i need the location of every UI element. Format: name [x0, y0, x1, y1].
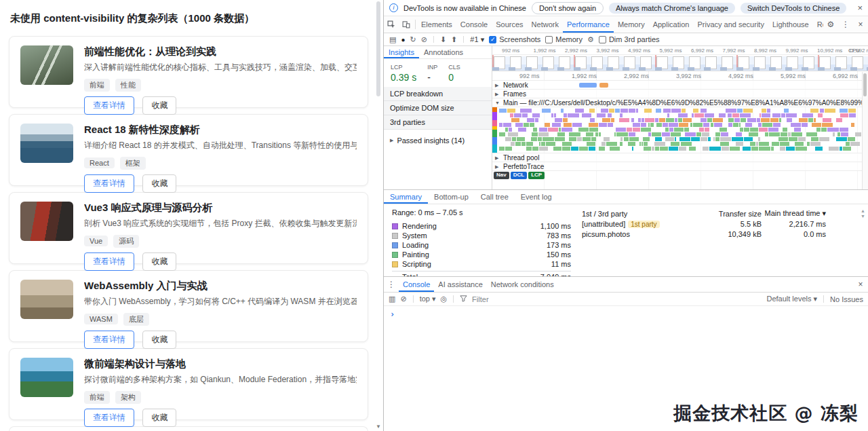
party-row[interactable]: [unattributed]1st party5.5 kB2,216.7 ms [582, 219, 826, 229]
flame-bar[interactable] [629, 109, 635, 113]
flame-bar[interactable] [515, 142, 521, 146]
flame-bar[interactable] [736, 142, 743, 146]
flame-bar[interactable] [808, 118, 814, 122]
settings-gear-icon[interactable]: ⚙ [823, 16, 838, 33]
flame-bar[interactable] [571, 147, 579, 151]
flame-bar[interactable] [629, 137, 638, 141]
flame-bar[interactable] [784, 109, 788, 113]
flame-bar[interactable] [846, 142, 850, 146]
column-main-thread-time[interactable]: Main thread time ▾ [762, 209, 826, 218]
flame-bar[interactable] [665, 137, 674, 141]
reload-and-record-icon[interactable]: ↻ [410, 35, 416, 44]
flame-bar[interactable] [629, 132, 635, 136]
flame-bar[interactable] [644, 109, 652, 113]
flame-bar[interactable] [531, 137, 536, 141]
flame-bar[interactable] [654, 142, 665, 146]
flame-bar[interactable] [669, 147, 678, 151]
flame-bar[interactable] [524, 123, 529, 127]
filmstrip-thumbnail[interactable] [494, 56, 505, 69]
flame-bar[interactable] [589, 128, 598, 132]
flame-bar[interactable] [671, 109, 680, 113]
filmstrip-thumbnail[interactable] [770, 56, 782, 69]
flame-bar[interactable] [609, 109, 614, 113]
filmstrip-thumbnail[interactable] [526, 56, 538, 69]
flame-bar[interactable] [795, 147, 807, 151]
flame-bar[interactable] [539, 128, 547, 132]
flame-bar[interactable] [773, 123, 781, 127]
flame-bar[interactable] [611, 118, 614, 122]
flame-bar[interactable] [848, 109, 856, 113]
flame-bar[interactable] [511, 142, 515, 146]
flame-bar[interactable] [505, 147, 512, 151]
flame-bar[interactable] [711, 123, 713, 127]
flame-bar[interactable] [620, 137, 623, 141]
always-match-language-button[interactable]: Always match Chrome's language [609, 3, 735, 14]
flame-bar[interactable] [599, 123, 606, 127]
filmstrip-thumbnail[interactable] [852, 56, 863, 69]
flame-bar[interactable] [505, 128, 508, 132]
flame-bar[interactable] [728, 113, 732, 117]
flame-bar[interactable] [597, 113, 606, 117]
flame-bar[interactable] [825, 109, 835, 113]
flame-bar[interactable] [778, 137, 788, 141]
console-prompt[interactable]: › [390, 310, 395, 319]
details-tab-call-tree[interactable]: Call tree [475, 190, 515, 204]
console-messages[interactable]: › 掘金技术社区 @ 冻梨 [384, 306, 868, 431]
log-levels-dropdown[interactable]: Default levels ▾ [766, 295, 817, 303]
filmstrip-thumbnail[interactable] [689, 56, 701, 69]
issues-counter[interactable]: No Issues [830, 295, 863, 303]
view-details-button[interactable]: 查看详情 [84, 409, 134, 427]
flame-bar[interactable] [740, 113, 751, 117]
flame-bar[interactable] [509, 128, 512, 132]
eye-icon[interactable]: ◎ [441, 295, 448, 303]
passed-insights[interactable]: ▶ Passed insights (14) [384, 136, 492, 145]
flame-bar[interactable] [699, 128, 704, 132]
save-profile-icon[interactable]: ⬇ [440, 35, 446, 44]
flame-bar[interactable] [840, 147, 842, 151]
flame-bar[interactable] [850, 142, 860, 146]
flame-bar[interactable] [679, 123, 689, 127]
flame-bar[interactable] [780, 142, 789, 146]
flame-bar[interactable] [663, 123, 668, 127]
dont-show-again-button[interactable]: Don't show again [532, 2, 604, 14]
infobar-close-icon[interactable]: × [857, 3, 863, 13]
flame-bar[interactable] [836, 118, 842, 122]
flame-bar[interactable] [728, 123, 732, 127]
drawer-tab-ai-assistance[interactable]: AI assistance [434, 277, 486, 292]
flame-bar[interactable] [610, 147, 620, 151]
flame-bar[interactable] [555, 118, 562, 122]
flame-bar[interactable] [563, 118, 568, 122]
column-party[interactable]: 1st / 3rd party [582, 210, 697, 218]
filmstrip-thumbnail[interactable] [624, 56, 635, 69]
flame-bar[interactable] [656, 123, 662, 127]
timeline-scrollbar[interactable] [862, 72, 868, 189]
screenshots-checkbox[interactable]: ✓ Screenshots [489, 35, 540, 43]
flame-bar[interactable] [772, 113, 781, 117]
flame-bar[interactable] [499, 123, 502, 127]
flame-bar[interactable] [601, 109, 608, 113]
flame-bar[interactable] [555, 137, 564, 141]
flame-bar[interactable] [551, 113, 553, 117]
tab-sources[interactable]: Sources [492, 16, 527, 33]
flame-bar[interactable] [632, 147, 633, 151]
device-toolbar-icon[interactable] [399, 16, 414, 33]
flame-bar[interactable] [730, 147, 740, 151]
flame-bar[interactable] [554, 113, 555, 117]
flame-bar[interactable] [709, 147, 721, 151]
flame-bar[interactable] [719, 128, 727, 132]
track-main[interactable]: ▼ Main — file:///C:/Users/dell/Desktop/c… [492, 98, 868, 107]
flame-bar[interactable] [762, 123, 773, 127]
flame-bar[interactable] [714, 123, 722, 127]
flame-bar[interactable] [690, 123, 692, 127]
flame-bar[interactable] [591, 137, 596, 141]
flame-bar[interactable] [728, 118, 734, 122]
flame-bar[interactable] [662, 132, 670, 136]
flame-bar[interactable] [660, 147, 668, 151]
flame-bar[interactable] [601, 142, 606, 146]
flame-bar[interactable] [802, 123, 808, 127]
flame-bar[interactable] [681, 142, 692, 146]
flame-bar[interactable] [648, 123, 650, 127]
flame-bar[interactable] [546, 142, 555, 146]
network-request-bar[interactable] [599, 83, 608, 88]
flame-bar[interactable] [840, 109, 848, 113]
